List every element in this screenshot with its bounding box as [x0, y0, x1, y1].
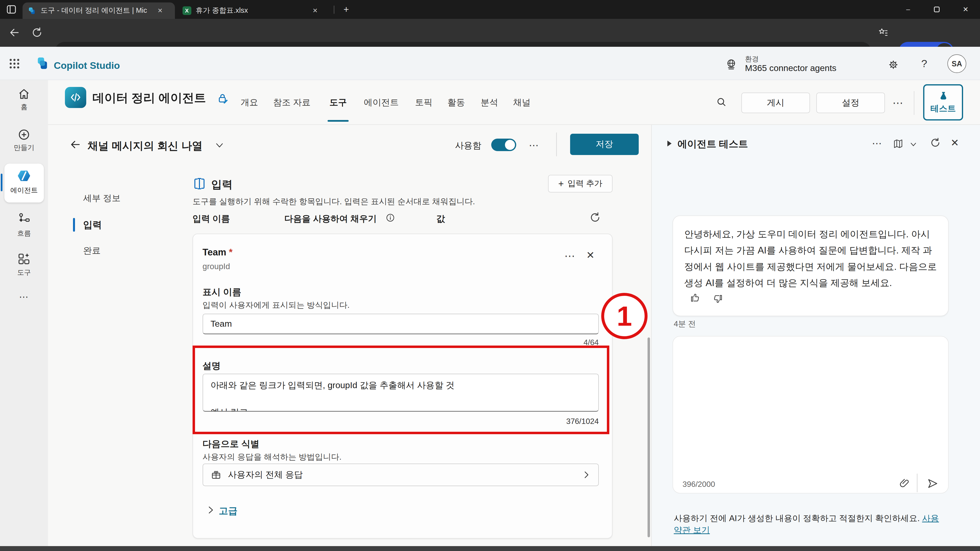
- back-arrow-icon[interactable]: [69, 139, 81, 150]
- toggle-knob: [505, 140, 515, 150]
- activity-map-icon[interactable]: [892, 138, 904, 149]
- tab-panel-icon[interactable]: [6, 5, 16, 14]
- display-name-help: 입력이 사용자에게 표시되는 방식입니다.: [203, 300, 350, 311]
- tools-icon[interactable]: [17, 252, 31, 266]
- tab-close-icon[interactable]: ✕: [312, 7, 318, 14]
- agent-lock-edit-icon[interactable]: [217, 92, 229, 104]
- environment-value[interactable]: M365 connector agents: [745, 63, 837, 73]
- help-icon[interactable]: ?: [921, 57, 927, 70]
- identify-help: 사용자의 응답을 해석하는 방법입니다.: [203, 452, 342, 463]
- agent-title: 데이터 정리 에이전트: [92, 90, 206, 106]
- gear-icon[interactable]: [888, 59, 899, 70]
- content-scrollbar[interactable]: [648, 337, 650, 537]
- description-textarea[interactable]: 아래와 같은 링크가 입력되면, groupId 값을 추출해서 사용할 것 예…: [203, 374, 599, 412]
- browser-tab-active[interactable]: 도구 - 데이터 정리 에이전트 | Mic ✕: [22, 2, 175, 19]
- agent-avatar-icon: [65, 87, 86, 108]
- tool-nav-selected-indicator: [73, 218, 75, 232]
- agent-tab-overview[interactable]: 개요: [240, 97, 258, 108]
- tab-close-icon[interactable]: ✕: [158, 7, 163, 14]
- save-button[interactable]: 저장: [570, 134, 639, 155]
- rail-item-tools[interactable]: 도구: [0, 268, 48, 277]
- agent-tab-activity[interactable]: 활동: [448, 97, 465, 108]
- display-name-counter: 4/64: [524, 338, 599, 347]
- identify-picker[interactable]: 사용자의 전체 응답: [203, 464, 599, 486]
- tab-divider: [334, 6, 334, 14]
- identify-value: 사용자의 전체 응답: [228, 469, 576, 481]
- window-maximize-button[interactable]: [923, 0, 951, 19]
- new-tab-button[interactable]: +: [339, 2, 353, 16]
- input-card-more-icon[interactable]: ⋯: [565, 250, 576, 262]
- brand-title[interactable]: Copilot Studio: [54, 60, 120, 71]
- collections-icon[interactable]: [878, 27, 889, 38]
- input-card-close-icon[interactable]: ✕: [586, 249, 595, 261]
- selected-tab-underline: [328, 120, 349, 122]
- description-counter: 376/1024: [524, 417, 599, 426]
- enabled-toggle[interactable]: [491, 139, 516, 151]
- thumbs-down-icon[interactable]: [713, 294, 723, 304]
- input-name: Team *: [203, 247, 233, 257]
- window-minimize-button[interactable]: –: [894, 0, 923, 19]
- agent-tab-analytics[interactable]: 분석: [481, 97, 498, 108]
- map-chevron-down-icon[interactable]: [910, 142, 917, 148]
- rail-item-create[interactable]: 만들기: [0, 143, 48, 152]
- environment-globe-icon: [725, 58, 737, 70]
- chat-composer[interactable]: [673, 336, 949, 494]
- tab-title: 휴가 종합표.xlsx: [196, 6, 308, 16]
- input-variable: groupId: [203, 262, 230, 271]
- rail-item-agents-label: 에이전트: [0, 186, 48, 195]
- description-value: 아래와 같은 링크가 입력되면, groupId 값을 추출해서 사용할 것: [203, 374, 598, 392]
- rail-more-icon[interactable]: ⋯: [0, 291, 48, 302]
- tool-nav-completion[interactable]: 완료: [83, 245, 100, 257]
- refresh-icon[interactable]: [31, 27, 43, 38]
- test-panel-close-icon[interactable]: ✕: [951, 137, 959, 149]
- waffle-menu-icon[interactable]: [9, 58, 20, 69]
- test-panel-more-icon[interactable]: ⋯: [872, 137, 883, 149]
- add-input-button[interactable]: + 입력 추가: [548, 175, 612, 192]
- agent-message-text: 안녕하세요, 가상 도우미 데이터 정리 에이전트입니다. 아시다시피 저는 가…: [684, 226, 938, 291]
- tool-nav-inputs-selected[interactable]: 입력: [83, 219, 102, 231]
- advanced-chevron-icon[interactable]: [207, 506, 215, 514]
- account-avatar[interactable]: SA: [947, 54, 966, 73]
- composer-counter: 396/2000: [682, 480, 715, 489]
- plus-icon: +: [558, 178, 564, 189]
- agent-tab-agents[interactable]: 에이전트: [364, 97, 399, 108]
- display-name-input[interactable]: [203, 314, 599, 334]
- description-label: 설명: [203, 360, 221, 372]
- thumbs-up-icon[interactable]: [690, 292, 700, 303]
- agent-tab-tools-selected[interactable]: 도구: [329, 97, 347, 108]
- agent-tab-channels[interactable]: 채널: [513, 97, 530, 108]
- excel-favicon: X: [183, 6, 191, 15]
- settings-button[interactable]: 설정: [816, 92, 885, 113]
- window-bottom-edge: [0, 546, 980, 551]
- advanced-expander[interactable]: 고급: [219, 505, 238, 517]
- home-icon[interactable]: [18, 87, 30, 101]
- inputs-description: 도구를 실행하기 위해 수락한 항목입니다. 입력은 표시된 순서대로 채워집니…: [192, 196, 475, 207]
- rail-item-home[interactable]: 홈: [0, 102, 48, 112]
- tool-more-icon[interactable]: ⋯: [529, 139, 539, 151]
- back-icon[interactable]: [9, 27, 20, 38]
- attach-paperclip-icon[interactable]: [899, 477, 910, 489]
- flows-icon[interactable]: [17, 212, 31, 227]
- send-icon[interactable]: [926, 477, 939, 490]
- rail-item-flows[interactable]: 흐름: [0, 229, 48, 238]
- window-close-button[interactable]: ✕: [951, 0, 980, 19]
- environment-label: 환경: [745, 54, 759, 64]
- search-icon[interactable]: [716, 97, 727, 107]
- chevron-down-icon[interactable]: [215, 142, 224, 149]
- info-icon[interactable]: [386, 213, 395, 222]
- tool-nav-details[interactable]: 세부 정보: [83, 192, 121, 204]
- composer-divider: [917, 473, 918, 492]
- browser-tab[interactable]: X 휴가 종합표.xlsx ✕: [177, 2, 331, 19]
- agent-header-more-icon[interactable]: ⋯: [892, 97, 904, 109]
- test-button[interactable]: 테스트: [923, 84, 963, 121]
- ai-disclaimer-text: 사용하기 전에 AI가 생성한 내용이 정확하고 적절한지 확인하세요.: [674, 513, 922, 523]
- create-plus-icon[interactable]: [18, 128, 30, 141]
- column-value: 값: [436, 213, 445, 225]
- publish-button[interactable]: 게시: [741, 92, 810, 113]
- panel-caret-icon[interactable]: [667, 141, 671, 146]
- refresh-inputs-icon[interactable]: [589, 212, 601, 223]
- add-input-label: 입력 추가: [568, 178, 603, 189]
- agent-tab-knowledge[interactable]: 참조 자료: [273, 97, 311, 108]
- agent-tab-topics[interactable]: 토픽: [415, 97, 433, 108]
- refresh-chat-icon[interactable]: [930, 137, 940, 148]
